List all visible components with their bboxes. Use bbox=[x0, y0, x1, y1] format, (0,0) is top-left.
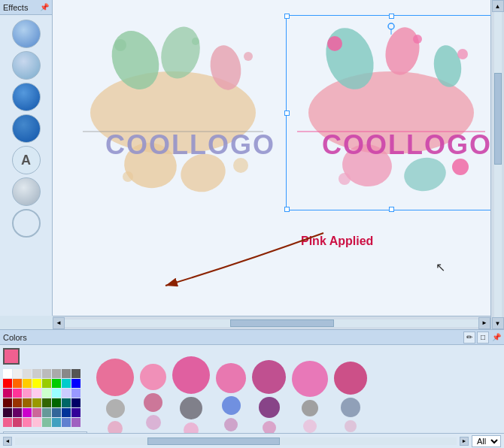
color-swatch[interactable] bbox=[3, 379, 12, 388]
color-swatch[interactable] bbox=[3, 389, 12, 398]
color-swatch[interactable] bbox=[62, 369, 71, 378]
effect-button-7[interactable] bbox=[12, 209, 41, 238]
color-swatch[interactable] bbox=[42, 418, 51, 427]
effect-button-text[interactable]: A bbox=[12, 146, 41, 174]
palette-circle-2-0[interactable] bbox=[172, 356, 210, 394]
effect-button-4[interactable] bbox=[12, 114, 41, 143]
color-swatch[interactable] bbox=[32, 389, 41, 398]
color-swatch[interactable] bbox=[32, 379, 41, 388]
palette-circle-0-1[interactable] bbox=[106, 399, 125, 418]
palette-circle-6-0[interactable] bbox=[334, 362, 367, 395]
color-swatch[interactable] bbox=[71, 408, 80, 417]
palette-circle-2-1[interactable] bbox=[180, 397, 202, 419]
palette-circle-3-2[interactable] bbox=[224, 418, 238, 431]
color-swatch[interactable] bbox=[23, 398, 32, 407]
color-swatch[interactable] bbox=[23, 418, 32, 427]
right-scroll-thumb[interactable] bbox=[494, 73, 502, 165]
color-swatch[interactable] bbox=[23, 379, 32, 388]
scroll-right-btn[interactable]: ► bbox=[478, 317, 490, 329]
palette-circle-1-2[interactable] bbox=[146, 415, 161, 430]
palette-circle-1-1[interactable] bbox=[144, 393, 162, 412]
effect-button-6[interactable] bbox=[12, 177, 41, 206]
palette-circle-1-0[interactable] bbox=[140, 364, 166, 390]
color-tool-pencil[interactable]: ✏ bbox=[463, 331, 475, 344]
dropdown-area: All bbox=[472, 435, 501, 447]
color-swatch[interactable] bbox=[42, 389, 51, 398]
color-swatch[interactable] bbox=[42, 408, 51, 417]
main-scroll-thumb[interactable] bbox=[230, 319, 334, 327]
color-swatch[interactable] bbox=[71, 389, 80, 398]
color-swatch[interactable] bbox=[62, 408, 71, 417]
bottom-bar: ◄ ► All bbox=[0, 433, 504, 448]
logo-right[interactable]: COOLLOGO bbox=[286, 15, 490, 210]
svg-point-23 bbox=[452, 159, 469, 175]
pink-applied-label: Pink Applied bbox=[301, 235, 373, 248]
bottom-scroll-left[interactable]: ◄ bbox=[3, 437, 12, 446]
color-swatch[interactable] bbox=[32, 369, 41, 378]
scroll-down-btn[interactable]: ▼ bbox=[492, 317, 504, 329]
color-swatch[interactable] bbox=[71, 369, 80, 378]
color-swatch[interactable] bbox=[3, 408, 12, 417]
palette-circle-5-0[interactable] bbox=[292, 361, 328, 397]
canvas-content: COOLLOGO bbox=[53, 0, 490, 316]
svg-point-6 bbox=[192, 38, 199, 45]
selected-color-box[interactable] bbox=[3, 348, 20, 365]
color-swatch[interactable] bbox=[52, 408, 61, 417]
color-swatch[interactable] bbox=[52, 379, 61, 388]
palette-circle-4-0[interactable] bbox=[252, 360, 286, 394]
scroll-left-btn[interactable]: ◄ bbox=[53, 317, 65, 329]
color-swatch[interactable] bbox=[13, 398, 22, 407]
color-swatch[interactable] bbox=[62, 379, 71, 388]
color-swatch[interactable] bbox=[23, 389, 32, 398]
color-swatch[interactable] bbox=[23, 369, 32, 378]
palette-circle-3-1[interactable] bbox=[222, 396, 241, 415]
palette-circle-4-1[interactable] bbox=[259, 397, 280, 418]
color-swatch[interactable] bbox=[3, 418, 12, 427]
palette-circle-5-2[interactable] bbox=[303, 419, 317, 433]
palette-circle-0-0[interactable] bbox=[96, 359, 134, 396]
scroll-up-btn[interactable]: ▲ bbox=[492, 0, 504, 12]
color-swatch[interactable] bbox=[62, 418, 71, 427]
color-swatch[interactable] bbox=[62, 389, 71, 398]
pin-icon: 📌 bbox=[40, 3, 49, 11]
effects-label: Effects bbox=[3, 3, 28, 12]
color-swatch[interactable] bbox=[32, 408, 41, 417]
color-swatch[interactable] bbox=[42, 369, 51, 378]
color-swatch[interactable] bbox=[13, 408, 22, 417]
color-tool-square[interactable]: □ bbox=[477, 331, 489, 344]
effect-button-1[interactable] bbox=[12, 20, 41, 48]
color-swatch[interactable] bbox=[23, 408, 32, 417]
palette-circle-3-0[interactable] bbox=[216, 363, 246, 393]
main-canvas: COOLLOGO bbox=[53, 0, 490, 316]
color-swatch[interactable] bbox=[13, 389, 22, 398]
color-swatch[interactable] bbox=[13, 418, 22, 427]
color-swatch[interactable] bbox=[62, 398, 71, 407]
color-swatch[interactable] bbox=[32, 398, 41, 407]
color-swatch[interactable] bbox=[71, 398, 80, 407]
category-dropdown[interactable]: All bbox=[472, 435, 501, 447]
bottom-scroll-thumb[interactable] bbox=[147, 437, 280, 445]
color-swatch[interactable] bbox=[71, 418, 80, 427]
right-scroll-track bbox=[494, 12, 502, 317]
color-swatch[interactable] bbox=[42, 398, 51, 407]
color-swatch[interactable] bbox=[32, 418, 41, 427]
palette-circle-4-2[interactable] bbox=[263, 421, 276, 434]
color-swatch[interactable] bbox=[3, 398, 12, 407]
color-swatch[interactable] bbox=[13, 379, 22, 388]
bottom-scroll-right[interactable]: ► bbox=[460, 437, 469, 446]
palette-circle-6-1[interactable] bbox=[341, 398, 360, 417]
color-swatch[interactable] bbox=[71, 379, 80, 388]
color-swatch[interactable] bbox=[52, 389, 61, 398]
effect-button-3[interactable] bbox=[12, 83, 41, 111]
color-swatch[interactable] bbox=[52, 418, 61, 427]
color-swatch[interactable] bbox=[52, 398, 61, 407]
palette-circle-6-2[interactable] bbox=[345, 420, 357, 432]
right-scrollbar[interactable]: ▲ ▼ bbox=[490, 0, 504, 329]
color-swatch[interactable] bbox=[13, 369, 22, 378]
palette-circle-5-1[interactable] bbox=[302, 400, 318, 416]
color-swatch[interactable] bbox=[52, 369, 61, 378]
color-swatch[interactable] bbox=[3, 369, 12, 378]
color-swatch[interactable] bbox=[42, 379, 51, 388]
effect-button-2[interactable] bbox=[12, 51, 41, 80]
main-scrollbar[interactable]: ◄ ► bbox=[53, 316, 490, 329]
